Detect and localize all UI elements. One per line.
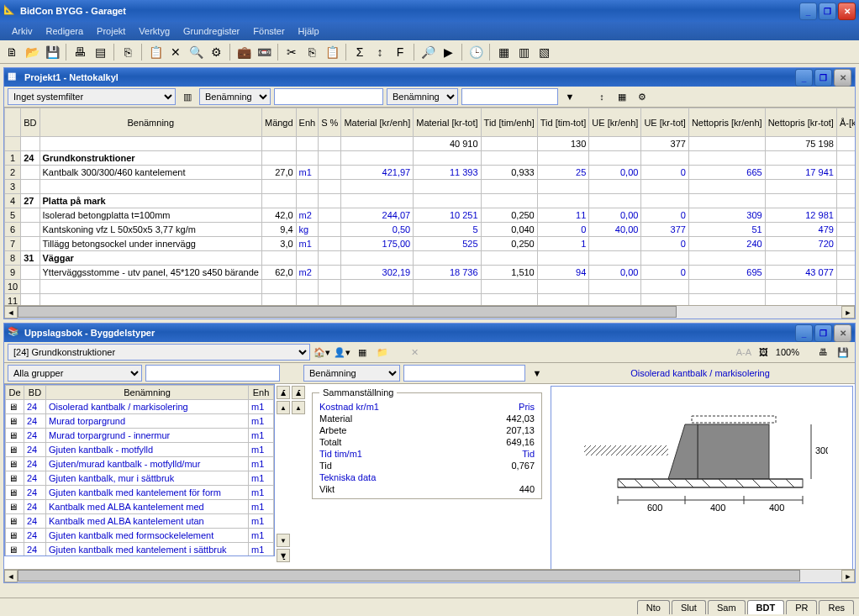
compute-icon[interactable]: ⚙ <box>208 44 224 61</box>
upp-scrollbar[interactable]: ◄ ► <box>4 569 855 582</box>
col-header[interactable] <box>5 108 21 137</box>
list-item[interactable]: 🖥24Gjuten kantbalk med kantelement för f… <box>6 486 274 500</box>
sum-icon[interactable]: Σ <box>351 44 368 61</box>
close-button[interactable]: ✕ <box>838 3 856 20</box>
col-header[interactable]: Mängd <box>261 108 296 137</box>
col-header[interactable]: UE [kr-tot] <box>641 108 689 137</box>
table-row[interactable]: 831Väggar <box>5 251 856 266</box>
menu-verktyg[interactable]: Verktyg <box>132 24 177 38</box>
tab-nto[interactable]: Nto <box>637 600 670 614</box>
col-header[interactable]: Enh <box>296 108 319 137</box>
tab-bdt[interactable]: BDT <box>747 600 785 614</box>
col-select-1[interactable]: Benämning <box>199 88 271 105</box>
save-icon2[interactable]: 💾 <box>835 344 851 361</box>
list-down-icon[interactable]: ▼ <box>277 534 290 547</box>
clock-icon[interactable]: 🕒 <box>467 44 484 61</box>
col-header[interactable]: Nettopris [kr-tot] <box>765 108 836 137</box>
col-header[interactable]: Material [kr-tot] <box>414 108 481 137</box>
copy-row-icon[interactable]: ⎘ <box>119 44 136 61</box>
menu-arkiv[interactable]: Arkiv <box>5 24 39 38</box>
search-icon[interactable]: 🔍 <box>187 44 204 61</box>
table-row[interactable]: 427Platta på mark <box>5 194 856 208</box>
filter-input-2[interactable] <box>461 88 558 105</box>
minimize-button[interactable]: _ <box>799 3 817 20</box>
group-select[interactable]: Alla grupper <box>8 365 142 382</box>
grid-icon[interactable]: ▦ <box>614 88 630 105</box>
col-header[interactable]: Material [kr/enh] <box>341 108 414 137</box>
upp-minimize-button[interactable]: _ <box>795 324 813 342</box>
col-header[interactable]: UE [kr/enh] <box>589 108 641 137</box>
print-icon[interactable]: 🖶 <box>71 44 88 61</box>
tab-res[interactable]: Res <box>819 600 854 614</box>
sort-icon[interactable]: ↕ <box>593 88 610 105</box>
tool-icon[interactable]: ⚙ <box>634 88 651 105</box>
menu-hjalp[interactable]: Hjälp <box>292 24 326 38</box>
print-preview-icon[interactable]: ▤ <box>92 44 108 61</box>
list-item[interactable]: 🖥24Gjuten kantbalk - motfylldm1 <box>6 443 274 457</box>
list-item[interactable]: 🖥24Kantbalk med ALBA kantelement medm1 <box>6 500 274 514</box>
upp-filter-input[interactable] <box>403 365 525 382</box>
tile-h-icon[interactable]: ▦ <box>495 44 512 61</box>
funnel-icon[interactable]: ▼ <box>561 88 578 105</box>
grid-icon2[interactable]: ▦ <box>354 344 371 361</box>
font-icon[interactable]: F <box>392 44 408 61</box>
col-header[interactable]: Tid [tim/enh] <box>481 108 537 137</box>
col-header[interactable]: Benämning <box>40 108 261 137</box>
filter-btn1[interactable]: ▥ <box>179 88 196 105</box>
proj-maximize-button[interactable]: ❐ <box>814 69 832 87</box>
upp-scroll-left-icon[interactable]: ◄ <box>4 570 18 582</box>
col-header[interactable]: BD <box>21 108 40 137</box>
sort-icon[interactable]: ↕ <box>372 44 388 61</box>
tab-pr[interactable]: PR <box>786 600 817 614</box>
person-icon[interactable]: 👤▾ <box>334 344 350 361</box>
h-scrollbar[interactable]: ◄ ► <box>4 305 855 319</box>
table-row[interactable]: 10 <box>5 280 856 294</box>
scroll-right-icon[interactable]: ► <box>841 306 855 319</box>
col-header[interactable]: Tid [tim-tot] <box>537 108 589 137</box>
print-icon2[interactable]: 🖶 <box>814 344 831 361</box>
table-row[interactable]: 11 <box>5 294 856 306</box>
menu-fonster[interactable]: Fönster <box>246 24 291 38</box>
menu-projekt[interactable]: Projekt <box>90 24 132 38</box>
col-header[interactable]: S % <box>319 108 341 137</box>
table-row[interactable]: 124Grundkonstruktioner <box>5 151 856 166</box>
tab-slut[interactable]: Slut <box>672 600 706 614</box>
col-header[interactable]: Å-[k <box>836 108 855 137</box>
tab-sam[interactable]: Sam <box>708 600 746 614</box>
proj-minimize-button[interactable]: _ <box>795 69 813 87</box>
aa-icon[interactable]: A-A <box>735 344 752 361</box>
table-row[interactable]: 2Kantbalk 300/300/460 kantelement27,0m14… <box>5 166 856 180</box>
list-top-icon[interactable]: ▲̄ <box>277 386 290 399</box>
upp-col-select[interactable]: Benämning <box>303 365 400 382</box>
list-bottom-icon[interactable]: ▼̱ <box>277 549 290 562</box>
find-icon[interactable]: 🔎 <box>419 44 436 61</box>
list-up-icon[interactable]: ▲ <box>277 401 290 414</box>
mid-up-icon[interactable]: ▲ <box>292 401 305 414</box>
tile-v-icon[interactable]: ▥ <box>515 44 532 61</box>
group-input[interactable] <box>145 365 280 382</box>
upp-close-button[interactable]: ✕ <box>834 324 851 342</box>
goto-icon[interactable]: ▶ <box>440 44 456 61</box>
disk2-icon[interactable]: 📼 <box>256 44 272 61</box>
list-item[interactable]: 🖥24Gjuten kantbalk med formsockelelement… <box>6 529 274 543</box>
menu-grundregister[interactable]: Grundregister <box>177 24 246 38</box>
folder-icon[interactable]: 📁 <box>374 344 391 361</box>
cut-icon[interactable]: ✂ <box>283 44 300 61</box>
cascade-icon[interactable]: ▧ <box>535 44 552 61</box>
col-select-2[interactable]: Benämning <box>387 88 458 105</box>
list-item[interactable]: 🖥24Gjuten/murad kantbalk - motfylld/murm… <box>6 457 274 471</box>
project-grid[interactable]: BDBenämningMängdEnhS %Material [kr/enh]M… <box>4 108 855 305</box>
list-item[interactable]: 🖥24Murad torpargrundm1 <box>6 414 274 429</box>
upp-maximize-button[interactable]: ❐ <box>814 324 832 342</box>
paste-icon[interactable]: 📋 <box>324 44 340 61</box>
items-list[interactable]: De BD Benämning Enh 🖥24Oisolerad kantbal… <box>4 384 275 556</box>
filter-input-1[interactable] <box>274 88 383 105</box>
table-row[interactable]: 7Tillägg betongsockel under innervägg3,0… <box>5 237 856 251</box>
list-item[interactable]: 🖥24Gjuten kantbalk, mur i sättbrukm1 <box>6 471 274 486</box>
list-item[interactable]: 🖥24Kantbalk med ALBA kantelement utanm1 <box>6 514 274 529</box>
new-icon[interactable]: 🗎 <box>3 44 20 61</box>
item-icon[interactable]: 📋 <box>147 44 164 61</box>
category-select[interactable]: [24] Grundkonstruktioner <box>8 344 310 361</box>
funnel-icon2[interactable]: ▼ <box>529 365 545 382</box>
systemfilter-select[interactable]: Inget systemfilter <box>8 88 176 105</box>
